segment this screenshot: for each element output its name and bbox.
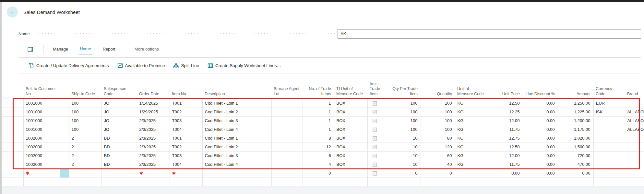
- cell-storage_agent_lot[interactable]: [271, 99, 303, 108]
- blank-cell[interactable]: [60, 151, 69, 160]
- cell-no_of_trade_items[interactable]: 0: [303, 169, 334, 177]
- cell-ship_to[interactable]: 2: [69, 160, 101, 169]
- cell-uom[interactable]: KG: [455, 160, 489, 169]
- checkbox-checked-icon[interactable]: [373, 154, 377, 158]
- column-header-item_no[interactable]: Item No.: [170, 75, 202, 99]
- checkbox-unchecked-icon[interactable]: [373, 171, 377, 176]
- column-header-ti_uom[interactable]: TI Unit of Measure Code: [334, 75, 367, 99]
- column-header-sell_to[interactable]: Sell-to Customer No.: [23, 75, 60, 99]
- blank-cell[interactable]: [60, 116, 69, 125]
- cell-currency[interactable]: [593, 116, 625, 125]
- cell-currency[interactable]: [593, 125, 625, 134]
- blank-cell[interactable]: [60, 125, 69, 134]
- cell-ti_uom[interactable]: BOX: [334, 151, 367, 160]
- cell-sell_to[interactable]: 1002000: [23, 143, 60, 151]
- cell-ship_to[interactable]: 2: [69, 134, 101, 143]
- cell-qty_per_trade_item[interactable]: 100: [382, 116, 421, 125]
- cell-sell_to[interactable]: ✱: [23, 169, 60, 177]
- gutter-cell[interactable]: [2, 116, 16, 125]
- cell-uom[interactable]: KG: [455, 143, 489, 151]
- checkbox-checked-icon[interactable]: [373, 145, 377, 149]
- cell-uom[interactable]: KG: [455, 99, 489, 108]
- cell-uom[interactable]: KG: [455, 125, 489, 134]
- cell-unit_price[interactable]: 12.75: [489, 134, 523, 143]
- cell-ti_uom[interactable]: [334, 169, 367, 177]
- tab-home[interactable]: Home: [79, 44, 92, 54]
- select-cell[interactable]: [16, 99, 23, 108]
- cell-ship_to[interactable]: 2: [69, 143, 101, 151]
- cell-quantity[interactable]: 60: [421, 151, 455, 160]
- cell-amount[interactable]: 1,175.00: [558, 125, 593, 134]
- cell-quantity[interactable]: 100: [421, 99, 455, 108]
- cell-ship_to[interactable]: 2: [69, 151, 101, 160]
- cell-no_of_trade_items[interactable]: 8: [303, 134, 334, 143]
- cell-description[interactable]: Cod Fillet - Loin 4: [202, 160, 271, 169]
- cell-salesperson[interactable]: JO: [101, 116, 137, 125]
- cell-amount[interactable]: 1,020.00: [558, 134, 593, 143]
- cell-quantity[interactable]: 100: [421, 116, 455, 125]
- cell-ship_to[interactable]: 100: [69, 125, 101, 134]
- action-available-to-promise[interactable]: Available to Promise: [117, 63, 165, 68]
- cell-amount[interactable]: 1,250.00: [558, 99, 593, 108]
- cell-amount[interactable]: 1,500.00: [558, 143, 593, 151]
- cell-sell_to[interactable]: 1002000: [23, 160, 60, 169]
- cell-description[interactable]: Cod Fillet - Loin 1: [202, 134, 271, 143]
- gutter-cell[interactable]: [2, 160, 16, 169]
- cell-line_discount_pct[interactable]: 0.00: [523, 143, 558, 151]
- cell-amount[interactable]: 1,200.00: [558, 116, 593, 125]
- cell-uom[interactable]: [455, 169, 489, 177]
- cell-salesperson[interactable]: JO: [101, 99, 137, 108]
- cell-line_discount_pct[interactable]: 0.00: [523, 169, 558, 177]
- cell-unit_price[interactable]: 0.00: [489, 169, 523, 177]
- column-header-description[interactable]: Description: [202, 75, 271, 99]
- cell-currency[interactable]: [593, 143, 625, 151]
- blank-cell[interactable]: [60, 143, 69, 151]
- cell-order_date[interactable]: 2/3/2025: [137, 134, 170, 143]
- gutter-cell[interactable]: [2, 108, 16, 116]
- gutter-cell[interactable]: [2, 151, 16, 160]
- cell-irre_trade_item[interactable]: [367, 125, 382, 134]
- cell-line_discount_pct[interactable]: 0.00: [523, 160, 558, 169]
- column-header-uom[interactable]: Unit of Measure Code: [455, 75, 489, 99]
- select-cell[interactable]: [16, 143, 23, 151]
- gutter-cell[interactable]: [2, 134, 16, 143]
- cell-unit_price[interactable]: 12.50: [489, 99, 523, 108]
- cell-brand[interactable]: [625, 169, 644, 177]
- more-options-button[interactable]: More options: [134, 45, 160, 54]
- checkbox-checked-icon[interactable]: [373, 101, 377, 106]
- cell-sell_to[interactable]: 1001000: [23, 99, 60, 108]
- cell-line_discount_pct[interactable]: 0.00: [523, 99, 558, 108]
- cell-unit_price[interactable]: 12.00: [489, 116, 523, 125]
- cell-item_no[interactable]: T003: [170, 116, 202, 125]
- cell-ship_to[interactable]: [69, 169, 101, 177]
- cell-unit_price[interactable]: 12.00: [489, 151, 523, 160]
- cell-amount[interactable]: 470.00: [558, 160, 593, 169]
- cell-storage_agent_lot[interactable]: [271, 116, 303, 125]
- cell-order_date[interactable]: 1/29/2025: [137, 108, 170, 116]
- cell-qty_per_trade_item[interactable]: 0: [382, 169, 421, 177]
- cell-amount[interactable]: 0.00: [558, 169, 593, 177]
- cell-sell_to[interactable]: 1001000: [23, 108, 60, 116]
- cell-salesperson[interactable]: BD: [101, 143, 137, 151]
- select-cell[interactable]: [16, 160, 23, 169]
- cell-order_date[interactable]: 2/3/2025: [137, 151, 170, 160]
- cell-item_no[interactable]: T003: [170, 151, 202, 160]
- checkbox-checked-icon[interactable]: [373, 136, 377, 141]
- cell-line_discount_pct[interactable]: 0.00: [523, 116, 558, 125]
- cell-currency[interactable]: EUR: [593, 99, 625, 108]
- cell-irre_trade_item[interactable]: [367, 108, 382, 116]
- select-cell[interactable]: [16, 134, 23, 143]
- cell-no_of_trade_items[interactable]: 6: [303, 151, 334, 160]
- cell-unit_price[interactable]: 12.25: [489, 108, 523, 116]
- cell-ti_uom[interactable]: BOX: [334, 143, 367, 151]
- cell-brand[interactable]: ALLABO: [625, 108, 644, 116]
- gutter-cell[interactable]: [2, 143, 16, 151]
- cell-no_of_trade_items[interactable]: 1: [303, 116, 334, 125]
- cell-order_date[interactable]: ✱: [137, 169, 170, 177]
- cell-qty_per_trade_item[interactable]: 100: [382, 125, 421, 134]
- column-header-salesperson[interactable]: Salesperson Code: [101, 75, 137, 99]
- cell-ti_uom[interactable]: BOX: [334, 125, 367, 134]
- cell-brand[interactable]: [625, 143, 644, 151]
- cell-salesperson[interactable]: JO: [101, 125, 137, 134]
- action-create-update-delivery-agreements[interactable]: Create / Update Delivery Agreements: [29, 63, 109, 68]
